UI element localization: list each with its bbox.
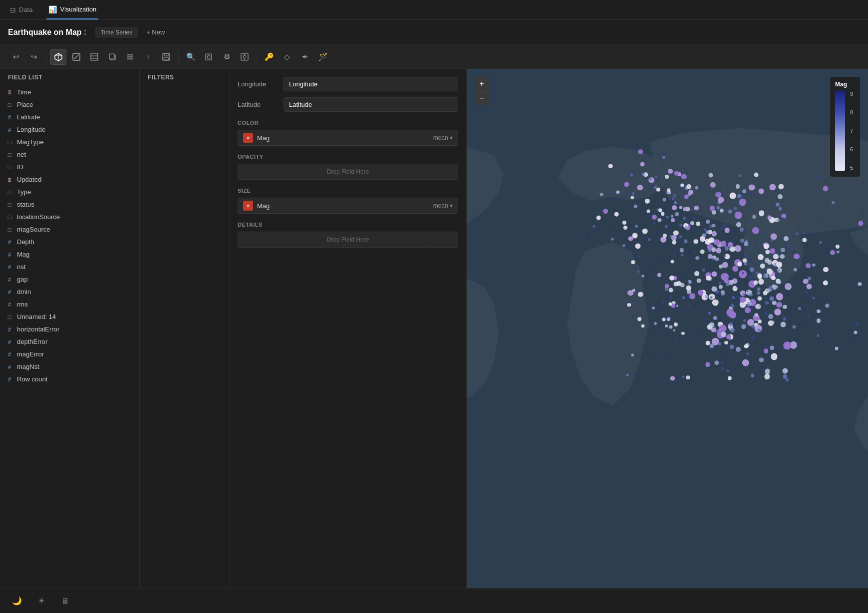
earthquake-dot: [826, 304, 829, 307]
color-agg[interactable]: mean ▾: [433, 134, 453, 141]
layers-button[interactable]: [86, 49, 102, 65]
earthquake-dot: [713, 316, 717, 320]
field-item-mag[interactable]: # Mag ⋮: [0, 248, 139, 261]
earthquake-dot: [751, 373, 755, 377]
diamond-button[interactable]: ◇: [279, 49, 295, 65]
field-item-deptherror[interactable]: # depthError ⋮: [0, 335, 139, 348]
key-button[interactable]: 🔑: [261, 49, 277, 65]
tab-visualization[interactable]: 📊 Visualization: [46, 0, 98, 19]
earthquake-dot: [764, 311, 767, 314]
share-icon: [240, 52, 249, 61]
field-item-net[interactable]: □ net ⋮: [0, 148, 139, 161]
field-item-id[interactable]: □ ID ⋮: [0, 161, 139, 173]
tab-data[interactable]: ⊟ Data: [8, 0, 34, 19]
color-delete-button[interactable]: ✕: [243, 133, 253, 143]
earthquake-dot: [765, 369, 770, 374]
field-type-icon: 🗓: [6, 89, 13, 95]
rows-icon: [126, 52, 135, 61]
latitude-input[interactable]: [284, 97, 458, 112]
size-delete-button[interactable]: ✕: [243, 201, 253, 211]
earthquake-dot: [638, 317, 642, 321]
earthquake-dot: [740, 239, 744, 243]
field-item-gap[interactable]: # gap ⋮: [0, 273, 139, 286]
size-agg[interactable]: mean ▾: [433, 202, 453, 209]
status-sun[interactable]: ☀: [38, 596, 45, 606]
zoom-out-button[interactable]: −: [475, 91, 489, 105]
latitude-row: Latitude: [238, 97, 458, 112]
cube-button[interactable]: [50, 49, 66, 65]
earthquake-dot: [778, 270, 780, 272]
pencil-square-button[interactable]: [68, 49, 84, 65]
status-monitor[interactable]: 🖥: [61, 597, 69, 606]
earthquake-dot: [718, 197, 724, 203]
earthquake-dot: [803, 279, 809, 284]
settings-button[interactable]: ⚙: [219, 49, 235, 65]
share-button[interactable]: [237, 49, 253, 65]
status-moon[interactable]: 🌙: [12, 596, 22, 606]
field-item-magsource[interactable]: □ magSource ⋮: [0, 223, 139, 236]
field-item-magnst[interactable]: # magNst ⋮: [0, 360, 139, 373]
rows-button[interactable]: [122, 49, 138, 65]
sort-button[interactable]: ↑: [140, 49, 156, 65]
wand-button[interactable]: 🪄: [315, 49, 331, 65]
save-button[interactable]: [158, 49, 174, 65]
field-list-header: Field List: [0, 69, 139, 86]
earthquake-dot: [767, 269, 773, 275]
field-item-time[interactable]: 🗓 Time ⋮: [0, 86, 139, 98]
draw-button[interactable]: ✒: [297, 49, 313, 65]
undo-button[interactable]: ↩: [8, 49, 24, 65]
earthquake-dot: [624, 182, 629, 187]
earthquake-dot: [777, 302, 783, 308]
field-item-status[interactable]: □ status ⋮: [0, 198, 139, 211]
earthquake-dot: [750, 307, 752, 309]
field-list-items: 🗓 Time ⋮ □ Place ⋮ # Latitude ⋮ # Longit…: [0, 86, 139, 385]
earthquake-dot: [653, 222, 656, 225]
field-item-row_count[interactable]: # Row count ⋮: [0, 373, 139, 385]
field-item-unnamed__14[interactable]: □ Unnamed: 14 ⋮: [0, 310, 139, 323]
main-content: Field List 🗓 Time ⋮ □ Place ⋮ # Latitude…: [0, 69, 868, 588]
zoom-in-button[interactable]: +: [475, 77, 489, 91]
opacity-drop-zone[interactable]: Drop Field Here: [238, 164, 458, 180]
copy-button[interactable]: [104, 49, 120, 65]
earthquake-dot: [719, 324, 727, 332]
earthquake-dot: [749, 293, 752, 296]
earthquake-dot: [734, 212, 742, 219]
zoom-button[interactable]: 🔍: [183, 49, 199, 65]
field-item-horizontalerror[interactable]: # horizontalError ⋮: [0, 323, 139, 335]
redo-button[interactable]: ↪: [26, 49, 42, 65]
earthquake-dot: [696, 222, 700, 226]
details-drop-zone[interactable]: Drop Field Here: [238, 232, 458, 248]
earthquake-dot: [730, 193, 736, 199]
map-area[interactable]: + − Mag 9 8 7 6 5: [467, 69, 868, 588]
earthquake-dot: [632, 250, 635, 253]
earthquake-dot: [687, 244, 688, 246]
earthquake-dot: [741, 324, 746, 329]
tab-time-series[interactable]: Time Series: [95, 27, 139, 38]
field-item-locationsource[interactable]: □ locationSource ⋮: [0, 211, 139, 223]
field-item-type[interactable]: □ Type ⋮: [0, 186, 139, 198]
earthquake-dot: [666, 277, 667, 278]
field-item-depth[interactable]: # Depth ⋮: [0, 236, 139, 248]
field-item-latitude[interactable]: # Latitude ⋮: [0, 111, 139, 123]
field-item-place[interactable]: □ Place ⋮: [0, 98, 139, 111]
earthquake-dot: [728, 210, 732, 214]
earthquake-dot: [747, 270, 749, 271]
field-item-updated[interactable]: 🗓 Updated ⋮: [0, 173, 139, 186]
frame-button[interactable]: [201, 49, 217, 65]
earthquake-dot: [794, 254, 800, 260]
earthquake-dot: [764, 374, 770, 379]
earthquake-dot: [630, 196, 634, 200]
earthquake-dot: [747, 221, 749, 223]
field-item-magerror[interactable]: # magError ⋮: [0, 348, 139, 360]
field-item-rms[interactable]: # rms ⋮: [0, 298, 139, 310]
tab-new[interactable]: + New: [146, 28, 165, 36]
field-item-longitude[interactable]: # Longitude ⋮: [0, 123, 139, 136]
earthquake-dot: [776, 276, 778, 278]
field-item-dmin[interactable]: # dmin ⋮: [0, 286, 139, 298]
field-item-nst[interactable]: # nst ⋮: [0, 261, 139, 273]
field-item-magtype[interactable]: □ MagType ⋮: [0, 136, 139, 148]
longitude-input[interactable]: [284, 77, 458, 91]
earthquake-dot: [634, 205, 637, 208]
earthquake-dot: [739, 199, 746, 206]
earthquake-dot: [669, 296, 672, 299]
